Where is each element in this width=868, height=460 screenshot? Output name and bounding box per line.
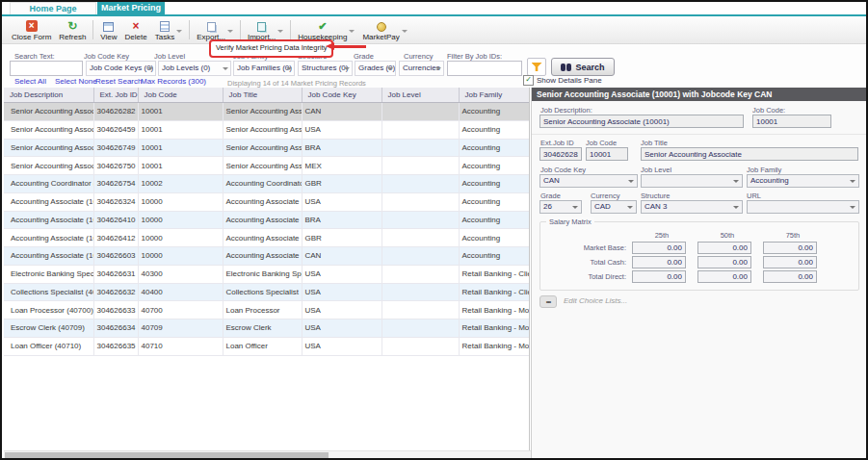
table-row[interactable]: Accounting Associate (10000)304626603100… bbox=[4, 247, 529, 266]
dropdown-caret-icon[interactable] bbox=[349, 30, 355, 33]
table-cell: GBR bbox=[302, 175, 381, 193]
matrix-value-field[interactable] bbox=[632, 270, 686, 283]
job-code-top-field[interactable] bbox=[752, 115, 831, 128]
tab-home-page[interactable]: Home Page bbox=[10, 2, 96, 14]
matrix-value-field[interactable] bbox=[763, 242, 817, 254]
housekeeping-icon bbox=[317, 20, 329, 32]
table-row[interactable]: Collections Specialist (40400)3046266324… bbox=[4, 283, 529, 301]
toolbar-button-refresh[interactable]: Refresh bbox=[55, 18, 90, 43]
table-row[interactable]: Loan Officer (40710)30462663540710Loan O… bbox=[4, 337, 529, 355]
table-cell: 10000 bbox=[138, 247, 223, 266]
filter-dropdown-value: Job Families (0) bbox=[237, 64, 292, 72]
link-reset-search[interactable]: Reset Search bbox=[95, 77, 142, 86]
column-header-job-title[interactable]: Job Title bbox=[223, 88, 302, 103]
job-title-field[interactable] bbox=[641, 147, 858, 161]
filter-funnel-button[interactable] bbox=[527, 58, 546, 76]
table-row[interactable]: Electronic Banking Specialist (40300)304… bbox=[4, 265, 529, 283]
scrollbar-thumb[interactable] bbox=[5, 452, 329, 459]
currency-label: Currency bbox=[591, 192, 619, 200]
table-row[interactable]: Accounting Associate (10000)304626324100… bbox=[4, 192, 529, 211]
table-cell: Senior Accounting Associate (10001) bbox=[4, 103, 93, 121]
column-header-job-family[interactable]: Job Family bbox=[459, 88, 529, 103]
toolbar-button-label: Refresh bbox=[59, 33, 86, 41]
column-header-job-description[interactable]: Job Description bbox=[4, 88, 93, 103]
chevron-down-icon bbox=[733, 206, 739, 209]
matrix-value-field[interactable] bbox=[632, 242, 686, 254]
edit-choice-lists-label[interactable]: Edit Choice Lists... bbox=[564, 296, 627, 305]
structure-select[interactable]: CAN 3 bbox=[641, 200, 743, 214]
table-row[interactable]: Senior Accounting Associate (10001)30462… bbox=[4, 157, 529, 175]
toolbar-button-marketpay[interactable]: MarketPay bbox=[358, 18, 410, 43]
matrix-row: Total Cash: bbox=[542, 255, 826, 269]
table-cell: 40710 bbox=[138, 337, 223, 355]
toolbar-button-delete[interactable]: Delete bbox=[121, 18, 151, 43]
filter-dropdown-currency[interactable]: Currencies bbox=[399, 61, 444, 76]
ext-job-id-label: Ext.Job ID bbox=[540, 139, 574, 147]
table-cell: Accounting Associate (10000) bbox=[4, 211, 93, 229]
table-cell: Accounting bbox=[459, 229, 529, 247]
matrix-row-label: Total Cash: bbox=[542, 255, 629, 269]
filter-dropdown-value: Job Code Keys (0) bbox=[90, 64, 153, 72]
table-row[interactable]: Accounting Coordinator (10002)3046267541… bbox=[4, 175, 529, 193]
matrix-value-field[interactable] bbox=[697, 270, 751, 283]
job-level-select[interactable] bbox=[641, 174, 743, 188]
table-row[interactable]: Senior Accounting Associate (10001)30462… bbox=[4, 139, 529, 157]
job-family-select[interactable]: Accounting bbox=[747, 174, 859, 188]
search-button[interactable]: Search bbox=[551, 58, 615, 76]
horizontal-scrollbar[interactable] bbox=[4, 450, 539, 459]
grade-select[interactable]: 26 bbox=[539, 200, 582, 214]
table-cell: Senior Accounting Associate bbox=[223, 120, 302, 139]
matrix-value-field[interactable] bbox=[697, 256, 751, 268]
link-select-none[interactable]: Select None bbox=[55, 77, 97, 86]
salary-matrix-group: Salary Matrix 25th50th75thMarket Base:To… bbox=[539, 221, 859, 291]
toolbar-separator bbox=[92, 20, 93, 39]
ext-job-id-field[interactable] bbox=[539, 147, 582, 161]
export-icon bbox=[207, 22, 216, 32]
filter-dropdown-structure[interactable]: Structures (0) bbox=[298, 61, 353, 76]
table-row[interactable]: Accounting Associate (10000)304626410100… bbox=[4, 211, 529, 229]
toolbar-separator bbox=[189, 20, 190, 39]
table-cell: Accounting bbox=[459, 192, 529, 211]
toolbar-button-close-form[interactable]: Close Form bbox=[8, 18, 55, 43]
column-header-job-level[interactable]: Job Level bbox=[381, 88, 459, 103]
ellipsis-button[interactable] bbox=[539, 295, 557, 308]
checkbox-checked-icon[interactable] bbox=[523, 75, 534, 86]
link-select-all[interactable]: Select All bbox=[14, 77, 46, 86]
chevron-down-icon bbox=[223, 67, 228, 70]
column-header-job-code[interactable]: Job Code bbox=[138, 88, 223, 103]
dropdown-caret-icon[interactable] bbox=[176, 30, 182, 33]
table-row[interactable]: Senior Accounting Associate (10001)30462… bbox=[4, 103, 529, 121]
job-code-key-select[interactable]: CAN bbox=[539, 174, 638, 188]
url-select[interactable] bbox=[747, 200, 859, 214]
dropdown-caret-icon[interactable] bbox=[227, 30, 233, 33]
filter-dropdown-job-family[interactable]: Job Families (0) bbox=[233, 61, 295, 76]
filter-by-job-ids-input[interactable] bbox=[447, 61, 522, 76]
matrix-value-field[interactable] bbox=[632, 256, 686, 268]
matrix-value-field[interactable] bbox=[763, 256, 817, 268]
job-code-field[interactable] bbox=[586, 147, 628, 161]
filter-dropdown-value: Structures (0) bbox=[302, 64, 348, 72]
filter-dropdown-grade[interactable]: Grades (0) bbox=[355, 61, 396, 76]
table-row[interactable]: Senior Accounting Associate (10001)30462… bbox=[4, 120, 529, 139]
matrix-value-field[interactable] bbox=[697, 242, 751, 254]
table-row[interactable]: Escrow Clerk (40709)30462663440709Escrow… bbox=[4, 319, 529, 338]
toolbar-button-view[interactable]: View bbox=[96, 18, 120, 43]
toolbar-button-tasks[interactable]: Tasks bbox=[151, 18, 186, 43]
table-cell: USA bbox=[302, 301, 381, 319]
currency-select[interactable]: CAD bbox=[591, 200, 637, 214]
search-text-input[interactable] bbox=[10, 61, 83, 76]
show-details-pane-toggle[interactable]: Show Details Pane bbox=[523, 75, 602, 86]
matrix-value-field[interactable] bbox=[763, 270, 817, 283]
job-description-field[interactable] bbox=[539, 115, 744, 128]
table-row[interactable]: Loan Processor (40700)30462663340700Loan… bbox=[4, 301, 529, 319]
column-header-job-code-key[interactable]: Job Code Key bbox=[302, 88, 381, 103]
filter-dropdown-job-level[interactable]: Job Levels (0) bbox=[158, 61, 231, 76]
column-header-ext-job-id[interactable]: Ext. Job ID bbox=[93, 88, 138, 103]
filter-dropdown-job-code-key[interactable]: Job Code Keys (0) bbox=[86, 61, 156, 76]
link-max-records-300[interactable]: Max Records (300) bbox=[141, 77, 206, 86]
dropdown-caret-icon[interactable] bbox=[277, 30, 283, 33]
table-row[interactable]: Accounting Associate (10000)304626412100… bbox=[4, 229, 529, 247]
dropdown-caret-icon[interactable] bbox=[402, 30, 408, 33]
tab-market-pricing[interactable]: Market Pricing bbox=[97, 2, 165, 14]
chevron-down-icon bbox=[435, 67, 441, 70]
